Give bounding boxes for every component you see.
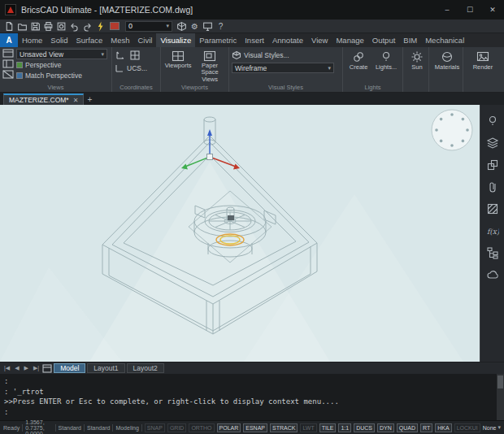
viewports-button[interactable]: Viewports — [163, 49, 193, 83]
ucs-world-icon[interactable] — [115, 50, 126, 61]
sun-button[interactable]: Sun — [406, 49, 428, 71]
new-document-icon[interactable] — [4, 21, 15, 32]
document-tab-active[interactable]: MAZTERIZE.COM* ✕ — [3, 93, 84, 105]
layout-tab-model[interactable]: Model — [54, 363, 85, 373]
visual-style-select[interactable]: Wireframe ▾ — [232, 63, 334, 73]
status-annotation-scale[interactable]: Standard — [87, 425, 110, 431]
function-icon[interactable]: f(x) — [486, 224, 499, 237]
tab-mesh[interactable]: Mesh — [106, 33, 133, 47]
tab-civil[interactable]: Civil — [133, 33, 156, 47]
cube-icon[interactable] — [176, 21, 187, 32]
model-viewport[interactable] — [0, 105, 480, 362]
status-coordinates[interactable]: 1.3567, 0.7375, 0.0000 — [25, 419, 52, 434]
settings-gear-icon[interactable]: ⚙ — [189, 21, 200, 32]
save-icon[interactable] — [30, 21, 41, 32]
color-swatch[interactable] — [110, 22, 119, 30]
tab-home[interactable]: Home — [18, 33, 46, 47]
layout-list-icon[interactable] — [42, 364, 52, 373]
redo-icon[interactable] — [82, 21, 93, 32]
undo-icon[interactable] — [69, 21, 80, 32]
help-icon[interactable]: ? — [215, 21, 226, 32]
layout-tab-layout2[interactable]: Layout2 — [127, 363, 164, 373]
navigation-wheel[interactable] — [432, 110, 472, 150]
ucs-face-icon[interactable] — [129, 50, 141, 61]
monitor-icon[interactable] — [202, 21, 213, 32]
match-perspective-toggle[interactable]: Match Perspective — [16, 71, 107, 80]
hatch-icon[interactable] — [486, 202, 499, 215]
ucs-button[interactable]: UCS... — [115, 63, 159, 73]
paperclip-icon[interactable] — [486, 180, 499, 193]
command-scrollbar-thumb[interactable] — [497, 375, 503, 388]
fan-hub — [228, 215, 234, 220]
paper-space-views-button[interactable]: Paper Space Views — [193, 49, 227, 83]
status-toggle[interactable]: GRID — [167, 423, 187, 432]
view-front-icon[interactable] — [2, 59, 14, 69]
last-layout-button[interactable]: ▶| — [32, 365, 41, 371]
status-toggle[interactable]: DYN — [377, 423, 394, 432]
hierarchy-icon[interactable] — [486, 246, 499, 259]
status-toggle[interactable]: TILE — [319, 423, 337, 432]
status-toggle[interactable]: 1:1 — [338, 423, 351, 432]
lightbulb-icon[interactable] — [486, 115, 499, 128]
new-document-tab-button[interactable]: + — [84, 94, 95, 105]
tab-surface[interactable]: Surface — [72, 33, 106, 47]
visual-styles-button[interactable]: Visual Styles... — [232, 50, 341, 60]
tab-mechanical[interactable]: Mechanical — [421, 33, 468, 47]
close-icon[interactable]: ✕ — [73, 97, 79, 104]
lightning-icon[interactable] — [95, 21, 106, 32]
status-toggle[interactable]: DUCS — [354, 423, 375, 432]
command-input-line[interactable]: : — [4, 407, 493, 418]
lights-button[interactable]: Lights... — [371, 49, 401, 71]
status-toggle[interactable]: QUAD — [397, 423, 418, 432]
tab-visualize[interactable]: Visualize — [156, 33, 195, 47]
create-light-button[interactable]: Create — [345, 49, 371, 71]
perspective-toggle[interactable]: Perspective — [16, 60, 107, 70]
tab-output[interactable]: Output — [368, 33, 400, 47]
status-toggle[interactable]: HKA — [435, 423, 451, 432]
open-folder-icon[interactable] — [17, 21, 28, 32]
tab-solid[interactable]: Solid — [46, 33, 72, 47]
view-select[interactable]: Unsaved View ▾ — [16, 49, 107, 59]
close-button[interactable]: ✕ — [481, 0, 504, 20]
minimize-button[interactable]: – — [436, 0, 458, 20]
print-preview-icon[interactable] — [56, 21, 67, 32]
status-toggle[interactable]: ORTHO — [189, 423, 214, 432]
tab-parametric[interactable]: Parametric — [195, 33, 241, 47]
previous-layout-button[interactable]: ◀ — [13, 365, 20, 371]
status-toggle[interactable]: STRACK — [270, 423, 298, 432]
status-toggle[interactable]: ESNAP — [243, 423, 267, 432]
command-line-panel[interactable]: : : '_rtrot >>Press ENTER or Esc to comp… — [0, 374, 504, 420]
next-layout-button[interactable]: ▶ — [23, 365, 30, 371]
command-scrollbar[interactable] — [497, 374, 504, 420]
materials-button[interactable]: Materials — [432, 49, 463, 71]
application-button[interactable]: A — [0, 33, 18, 47]
layers-icon[interactable] — [486, 137, 499, 150]
tab-view[interactable]: View — [307, 33, 332, 47]
status-toggle[interactable]: SNAP — [145, 423, 165, 432]
status-toggle[interactable]: POLAR — [217, 423, 241, 432]
view-top-icon[interactable] — [2, 49, 14, 59]
layer-select[interactable]: 0 ▾ — [125, 21, 172, 32]
render-button[interactable]: Render — [466, 49, 500, 71]
tab-insert[interactable]: Insert — [241, 33, 268, 47]
status-current-style[interactable]: Standard — [59, 425, 81, 431]
stack-icon[interactable] — [486, 158, 499, 171]
layout-tab-layout1[interactable]: Layout1 — [87, 363, 124, 373]
first-layout-button[interactable]: |◀ — [2, 365, 11, 371]
view-iso-icon[interactable] — [2, 70, 14, 80]
print-icon[interactable] — [43, 21, 54, 32]
bricscad-window: BricsCAD Ultimate - [MAZTERIZE.COM.dwg] … — [0, 0, 504, 434]
status-toggle[interactable]: LOCKUI — [454, 423, 480, 432]
status-toggle[interactable]: LWT — [300, 423, 316, 432]
tab-manage[interactable]: Manage — [332, 33, 367, 47]
cloud-icon[interactable] — [486, 268, 499, 281]
tab-bim[interactable]: BIM — [399, 33, 421, 47]
status-toggle[interactable]: RT — [420, 423, 432, 432]
status-workspace[interactable]: Modeling — [115, 425, 138, 431]
ribbon-group-coordinates: UCS... Coordinates — [112, 47, 161, 92]
maximize-button[interactable]: ☐ — [458, 0, 481, 20]
title-bar: BricsCAD Ultimate - [MAZTERIZE.COM.dwg] … — [0, 0, 504, 20]
selection-mode-select[interactable]: None ▾ — [483, 424, 501, 431]
tab-annotate[interactable]: Annotate — [268, 33, 307, 47]
ribbon-group-render: Render — [463, 47, 501, 92]
